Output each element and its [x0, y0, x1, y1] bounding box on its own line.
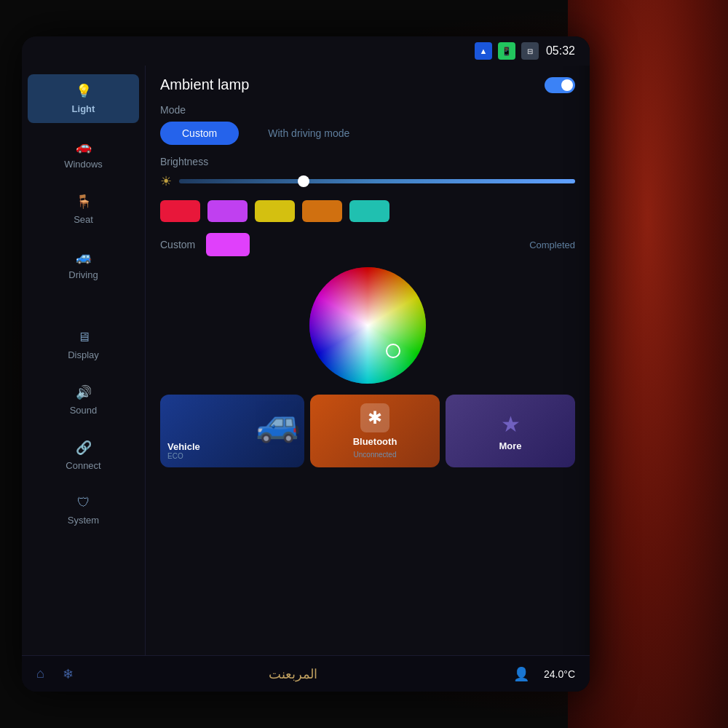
- sidebar-item-light[interactable]: 💡 Light: [28, 74, 139, 123]
- mode-label: Mode: [160, 104, 575, 116]
- color-wheel-cursor: [386, 344, 400, 358]
- sidebar-label-system: System: [68, 515, 99, 526]
- light-icon: 💡: [76, 83, 92, 99]
- vehicle-card[interactable]: 🚙 Vehicle ECO: [160, 395, 304, 467]
- sidebar-label-driving: Driving: [68, 269, 98, 280]
- main-layout: 💡 Light 🚗 Windows 🪑 Seat 🚙 Driving 🖥 Dis…: [22, 66, 590, 688]
- vehicle-card-label: Vehicle: [167, 441, 297, 452]
- bottom-logo: المربعنت: [269, 666, 317, 682]
- sidebar-item-system[interactable]: 🛡 System: [28, 486, 139, 534]
- section-title: Ambient lamp: [160, 76, 249, 93]
- brightness-slider-container: ☀: [160, 173, 575, 189]
- mode-driving-button[interactable]: With driving mode: [246, 122, 371, 145]
- bluetooth-card[interactable]: ✱ Bluetooth Unconnected: [310, 395, 440, 467]
- sidebar-label-windows: Windows: [64, 159, 103, 170]
- sidebar-item-display[interactable]: 🖥 Display: [28, 321, 139, 369]
- mode-section: Mode Custom With driving mode: [160, 104, 575, 145]
- sidebar-item-sound[interactable]: 🔊 Sound: [28, 376, 139, 424]
- brightness-slider[interactable]: [179, 179, 575, 183]
- sidebar-label-sound: Sound: [70, 405, 98, 416]
- windows-icon: 🚗: [76, 138, 92, 154]
- sidebar-label-light: Light: [72, 103, 95, 114]
- home-icon[interactable]: ⌂: [36, 666, 44, 682]
- sidebar-label-seat: Seat: [74, 214, 93, 225]
- sidebar-item-seat[interactable]: 🪑 Seat: [28, 185, 139, 234]
- sidebar-item-driving[interactable]: 🚙 Driving: [28, 240, 139, 289]
- color-swatch-orange[interactable]: [302, 200, 342, 222]
- custom-label: Custom: [160, 239, 195, 250]
- bluetooth-icon: ✱: [360, 403, 389, 432]
- more-star-icon: ★: [501, 411, 521, 437]
- leather-right-panel: [568, 0, 728, 728]
- seat-icon: 🪑: [76, 194, 92, 210]
- color-swatch-purple[interactable]: [207, 200, 248, 222]
- mode-custom-button[interactable]: Custom: [160, 122, 239, 145]
- color-wheel-section: [160, 267, 575, 384]
- status-icons: ▲ 📱 ⊟: [475, 42, 539, 60]
- brightness-slider-thumb: [298, 175, 309, 187]
- vehicle-image-icon: 🚙: [256, 402, 301, 444]
- sidebar-label-connect: Connect: [66, 460, 100, 471]
- driving-icon: 🚙: [76, 249, 92, 265]
- status-bar: ▲ 📱 ⊟ 05:32: [22, 36, 590, 66]
- color-swatches: [160, 200, 575, 222]
- brightness-section: Brightness ☀: [160, 156, 575, 189]
- screen-mirror-icon: ⊟: [521, 42, 539, 60]
- completed-text: Completed: [529, 240, 575, 250]
- more-card-label: More: [499, 440, 521, 451]
- person-icon[interactable]: 👤: [513, 666, 529, 682]
- custom-color-swatch[interactable]: [206, 233, 250, 256]
- section-header: Ambient lamp: [160, 76, 575, 93]
- display-icon: 🖥: [77, 330, 90, 345]
- brightness-label: Brightness: [160, 156, 575, 167]
- custom-section: Custom Completed: [160, 233, 575, 256]
- color-swatch-cyan[interactable]: [349, 200, 389, 222]
- sidebar-label-display: Display: [68, 349, 99, 360]
- more-card[interactable]: ★ More: [446, 395, 575, 467]
- apple-carplay-icon: 📱: [498, 42, 515, 60]
- bottom-bar: ⌂ ❄ المربعنت 👤 24.0°C: [22, 655, 590, 692]
- bottom-icons: ⌂ ❄: [36, 666, 74, 682]
- sidebar-item-windows[interactable]: 🚗 Windows: [28, 130, 139, 178]
- bluetooth-card-sublabel: Unconnected: [354, 451, 397, 459]
- vehicle-card-sublabel: ECO: [167, 452, 297, 460]
- content-area: Ambient lamp Mode Custom With driving mo…: [146, 66, 590, 688]
- sound-icon: 🔊: [76, 384, 92, 400]
- ac-icon[interactable]: ❄: [63, 666, 74, 682]
- sidebar-item-connect[interactable]: 🔗 Connect: [28, 431, 139, 480]
- bottom-cards: 🚙 Vehicle ECO ✱ Bluetooth Unconnected ★ …: [160, 395, 575, 467]
- color-swatch-yellow[interactable]: [255, 200, 295, 222]
- sidebar: 💡 Light 🚗 Windows 🪑 Seat 🚙 Driving 🖥 Dis…: [22, 66, 146, 688]
- android-auto-icon: ▲: [475, 42, 492, 60]
- main-screen: ▲ 📱 ⊟ 05:32 💡 Light 🚗 Windows 🪑: [22, 36, 590, 692]
- color-wheel[interactable]: [309, 267, 426, 384]
- color-swatch-red[interactable]: [160, 200, 200, 222]
- bluetooth-card-label: Bluetooth: [353, 436, 397, 447]
- temperature-display: 24.0°C: [544, 668, 575, 680]
- status-time: 05:32: [546, 44, 575, 58]
- connect-icon: 🔗: [76, 440, 92, 456]
- mode-buttons: Custom With driving mode: [160, 122, 575, 145]
- system-icon: 🛡: [77, 495, 90, 510]
- ambient-lamp-toggle[interactable]: [545, 77, 575, 93]
- sun-icon: ☀: [160, 173, 172, 189]
